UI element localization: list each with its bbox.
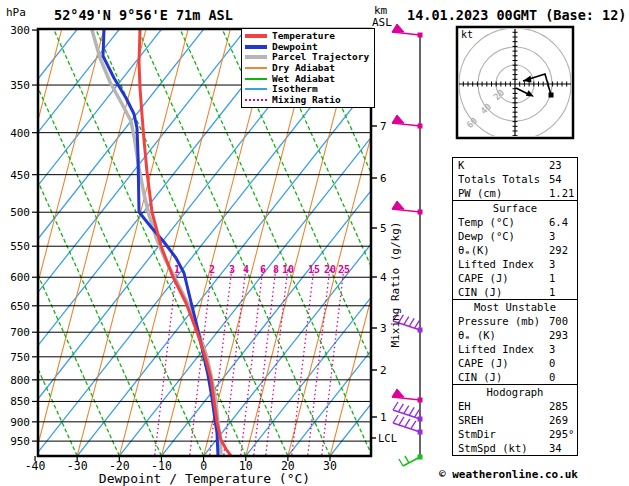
index-value: 6.4	[549, 215, 577, 229]
index-value: 1	[549, 285, 577, 299]
indices-section: SurfaceTemp (°C)6.4Dewp (°C)3θₑ(K)292Lif…	[452, 200, 578, 300]
copyright-credit: © weatheronline.co.uk	[428, 468, 578, 481]
wind-barb	[392, 115, 423, 129]
km-tick-label: 3	[380, 322, 387, 335]
index-value: 23	[549, 158, 577, 172]
mixing-ratio-line	[322, 267, 344, 455]
pressure-tick-label: 500	[10, 206, 30, 219]
km-tick-label: 7	[380, 120, 387, 133]
indices-row: SREH269	[453, 413, 577, 427]
indices-section: Most UnstablePressure (mb)700θₑ (K)293Li…	[452, 299, 578, 385]
mixing-ratio-line	[241, 267, 263, 455]
hodograph: 204060	[457, 27, 573, 140]
run-datetime: 14.01.2023 00GMT (Base: 12)	[407, 7, 626, 23]
indices-row: StmSpd (kt)34	[453, 441, 577, 455]
index-name: θₑ(K)	[458, 243, 549, 257]
index-value: 1	[549, 271, 577, 285]
index-value: 34	[549, 441, 577, 455]
pressure-tick-label: 350	[10, 79, 30, 92]
lcl-label: LCL	[378, 432, 397, 444]
index-name: CAPE (J)	[458, 271, 549, 285]
index-value: 293	[549, 328, 577, 342]
mixing-ratio-value-label: 4	[243, 264, 249, 275]
index-value: 0	[549, 370, 577, 384]
indices-row: CIN (J)1	[453, 285, 577, 299]
wind-barb	[392, 389, 423, 403]
wind-level-node	[418, 430, 423, 435]
mixing-ratio-axis-label: Mixing Ratio (g/kg)	[389, 190, 402, 380]
index-value: 3	[549, 257, 577, 271]
indices-section-header: Hodograph	[453, 385, 577, 399]
index-value: 3	[549, 229, 577, 243]
index-value: 269	[549, 413, 577, 427]
wind-barb	[393, 402, 423, 422]
legend-item: Mixing Ratio	[245, 95, 374, 106]
temperature-axis-label: Dewpoint / Temperature (°C)	[38, 471, 371, 486]
km-tick-label: 6	[380, 172, 387, 185]
index-name: Pressure (mb)	[458, 314, 549, 328]
legend-label: Isotherm	[272, 84, 318, 94]
legend-label: Parcel Trajectory	[272, 52, 369, 62]
legend-label: Temperature	[272, 31, 335, 41]
indices-row: PW (cm)1.21	[453, 186, 577, 200]
index-value: 3	[549, 342, 577, 356]
mixing-ratio-value-label: 3	[229, 264, 235, 275]
indices-row: StmDir295°	[453, 427, 577, 441]
indices-row: CIN (J)0	[453, 370, 577, 384]
pressure-tick-label: 450	[10, 169, 30, 182]
mixing-ratio-value-label: 8	[273, 264, 279, 275]
pressure-tick-label: 900	[10, 416, 30, 429]
wind-level-node	[418, 210, 423, 215]
hodograph-unit-label: kt	[461, 29, 473, 40]
indices-section: K23Totals Totals54PW (cm)1.21	[452, 157, 578, 201]
indices-row: Lifted Index3	[453, 342, 577, 356]
mixing-ratio-value-label: 6	[260, 264, 266, 275]
indices-row: CAPE (J)1	[453, 271, 577, 285]
index-value: 292	[549, 243, 577, 257]
indices-row: Pressure (mb)700	[453, 314, 577, 328]
pressure-tick-label: 300	[10, 24, 30, 37]
km-tick-label: 5	[380, 222, 387, 235]
indices-row: θₑ(K)292	[453, 243, 577, 257]
legend-label: Dewpoint	[272, 42, 318, 52]
mixing-ratio-value-label: 25	[338, 264, 350, 275]
km-tick-label: 4	[380, 271, 387, 284]
legend: TemperatureDewpointParcel TrajectoryDry …	[241, 28, 375, 108]
indices-row: Lifted Index3	[453, 257, 577, 271]
pressure-tick-label: 600	[10, 271, 30, 284]
pressure-tick-label: 550	[10, 240, 30, 253]
indices-panel: K23Totals Totals54PW (cm)1.21SurfaceTemp…	[452, 157, 578, 456]
pressure-tick-label: 950	[10, 435, 30, 448]
legend-label: Mixing Ratio	[272, 95, 341, 105]
wind-level-node	[418, 417, 423, 422]
index-name: Lifted Index	[458, 342, 549, 356]
indices-row: CAPE (J)0	[453, 356, 577, 370]
indices-row: Temp (°C)6.4	[453, 215, 577, 229]
index-name: Totals Totals	[458, 172, 549, 186]
index-name: EH	[458, 399, 549, 413]
legend-item: Isotherm	[245, 84, 374, 95]
wind-level-node	[418, 328, 423, 333]
km-tick-label: 2	[380, 364, 387, 377]
skewt-sounding-app: 1234681015202530035040045050055060065070…	[0, 0, 629, 486]
index-value: 285	[549, 399, 577, 413]
isotherm-line	[0, 29, 204, 456]
wind-level-node	[418, 398, 423, 403]
wind-barb	[399, 455, 423, 467]
index-name: StmSpd (kt)	[458, 441, 549, 455]
indices-row: K23	[453, 158, 577, 172]
wind-level-node	[418, 455, 423, 460]
indices-row: EH285	[453, 399, 577, 413]
legend-swatch-wet-adiabat	[245, 78, 267, 80]
mixing-ratio-value-label: 2	[209, 264, 215, 275]
sounding-curves	[92, 30, 231, 456]
dry-adiabat-line	[77, 29, 188, 456]
pressure-tick-label: 400	[10, 127, 30, 140]
legend-swatch-parcel-trajectory	[245, 55, 267, 59]
wet-adiabat-line	[601, 29, 629, 456]
index-value: 0	[549, 356, 577, 370]
index-value: 1.21	[549, 186, 577, 200]
wind-barb	[392, 24, 423, 38]
indices-row: Dewp (°C)3	[453, 229, 577, 243]
indices-section-header: Most Unstable	[453, 300, 577, 314]
